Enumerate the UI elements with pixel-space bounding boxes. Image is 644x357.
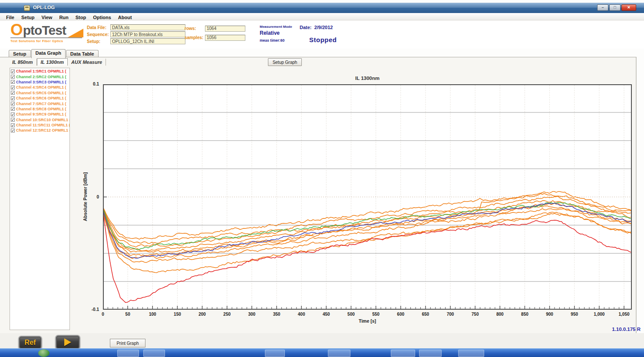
- channel-row-12[interactable]: ✓Channel 12:SRC12 OPMRL1 (: [10, 128, 69, 133]
- logo-brand-initial: O: [10, 23, 23, 37]
- play-button[interactable]: [55, 335, 80, 350]
- channel-row-4[interactable]: ✓Channel 4:SRC4 OPMRL1 (: [10, 85, 69, 90]
- channel-list: ✓Channel 1:SRC1 OPMRL1 (✓Channel 2:SRC2 …: [10, 68, 70, 330]
- channel-checkbox-1[interactable]: ✓: [11, 69, 15, 73]
- x-tick-1000: 1,000: [590, 312, 609, 317]
- titlebar[interactable]: OPL-LOG – □ ✕: [0, 3, 644, 13]
- rows-field[interactable]: [205, 26, 245, 32]
- menu-setup[interactable]: Setup: [18, 14, 38, 20]
- x-tick-0: 0: [93, 312, 112, 317]
- channel-label-3: Channel 3:SRC3 OPMRL1 (: [16, 80, 66, 84]
- counter-row-rows: rows:: [185, 24, 245, 33]
- channel-checkbox-11[interactable]: ✓: [11, 123, 15, 127]
- y-axis-ticks: 0.10-0.1: [85, 84, 101, 310]
- menu-options[interactable]: Options: [89, 14, 115, 20]
- channel-checkbox-9[interactable]: ✓: [11, 112, 15, 116]
- x-tick-400: 400: [292, 312, 311, 317]
- taskbar-button[interactable]: [458, 350, 484, 357]
- samples-field[interactable]: [205, 35, 245, 41]
- field-row-data-file: Data File:: [87, 24, 185, 31]
- channel-label-4: Channel 4:SRC4 OPMRL1 (: [16, 85, 66, 89]
- x-tick-700: 700: [441, 312, 460, 317]
- taskbar-button[interactable]: [391, 350, 415, 357]
- subtab-il-850nm[interactable]: IL 850nm: [9, 59, 37, 66]
- close-button[interactable]: ✕: [621, 4, 636, 11]
- channel-row-3[interactable]: ✓Channel 3:SRC3 OPMRL1 (: [10, 79, 69, 85]
- taskbar-button[interactable]: [328, 350, 350, 357]
- channel-checkbox-10[interactable]: ✓: [11, 118, 15, 122]
- logo-triangle-icon: [68, 29, 83, 37]
- channel-label-8: Channel 8:SRC8 OPMRL1 (: [16, 107, 66, 111]
- data-file-field[interactable]: [110, 24, 185, 30]
- channel-checkbox-2[interactable]: ✓: [11, 75, 15, 79]
- date-label: Date: 2/9/2012: [300, 25, 333, 30]
- channel-row-8[interactable]: ✓Channel 8:SRC8 OPMRL1 (: [10, 106, 69, 112]
- series-channel-3-src3-opmrl1: [103, 203, 631, 258]
- x-tick-650: 650: [416, 312, 435, 317]
- channel-label-12: Channel 12:SRC12 OPMRL1 (: [16, 128, 69, 132]
- channel-label-1: Channel 1:SRC1 OPMRL1 (: [16, 69, 66, 73]
- x-tick-900: 900: [540, 312, 559, 317]
- channel-row-7[interactable]: ✓Channel 7:SRC7 OPMRL1 (: [10, 101, 69, 106]
- x-axis-label: Time [s]: [103, 318, 632, 324]
- x-tick-950: 950: [565, 312, 584, 317]
- start-button-icon[interactable]: [38, 349, 50, 357]
- counter-fields: rows:samples:: [185, 24, 245, 42]
- menu-about[interactable]: About: [115, 14, 135, 20]
- tab-data-graph[interactable]: Data Graph: [31, 49, 66, 58]
- channel-checkbox-8[interactable]: ✓: [11, 107, 15, 111]
- taskbar-button[interactable]: [117, 350, 139, 357]
- channel-row-10[interactable]: ✓Channel 10:SRC10 OPMRL1 (: [10, 117, 69, 122]
- setup-graph-button[interactable]: Setup Graph: [268, 58, 302, 66]
- x-tick-600: 600: [391, 312, 410, 317]
- maximize-button[interactable]: □: [609, 4, 621, 11]
- field-label-data-file: Data File:: [87, 25, 110, 30]
- channel-row-9[interactable]: ✓Channel 9:SRC9 OPMRL1 (: [10, 112, 69, 117]
- menu-file[interactable]: File: [3, 14, 18, 20]
- channel-label-5: Channel 5:SRC5 OPMRL1 (: [16, 91, 66, 95]
- setup-field[interactable]: [110, 38, 185, 44]
- channel-row-1[interactable]: ✓Channel 1:SRC1 OPMRL1 (: [10, 69, 69, 74]
- menu-run[interactable]: Run: [56, 14, 72, 20]
- print-graph-button[interactable]: Print Graph: [110, 339, 145, 347]
- taskbar-button[interactable]: [143, 350, 165, 357]
- minimize-button[interactable]: –: [597, 4, 608, 11]
- status-badge: Stopped: [309, 36, 337, 43]
- footer-bar: Ref Print Graph: [0, 333, 644, 348]
- channel-row-11[interactable]: ✓Channel 11:SRC11 OPMRL1 (: [10, 122, 69, 128]
- ref-button[interactable]: Ref: [18, 336, 42, 350]
- subtab-il-1300nm[interactable]: IL 1300nm: [37, 58, 68, 66]
- field-label-setup: Setup:: [87, 39, 110, 44]
- menu-view[interactable]: View: [38, 14, 56, 20]
- channel-checkbox-12[interactable]: ✓: [11, 129, 15, 132]
- app-icon: [24, 5, 30, 11]
- channel-row-6[interactable]: ✓Channel 6:SRC6 OPMRL1 (: [10, 96, 69, 101]
- x-tick-1050: 1,050: [614, 312, 634, 317]
- field-row-sequence: Sequence:: [87, 31, 185, 38]
- taskbar-button[interactable]: [419, 350, 442, 357]
- channel-checkbox-5[interactable]: ✓: [11, 91, 15, 95]
- series-channel-12-src12-opmrl1: [103, 212, 631, 272]
- subtab-aux-measure[interactable]: AUX Measure: [68, 59, 106, 66]
- y-tick-0.1: 0.1: [83, 82, 99, 86]
- field-row-setup: Setup:: [87, 38, 185, 45]
- channel-label-10: Channel 10:SRC10 OPMRL1 (: [16, 118, 69, 122]
- taskbar-button[interactable]: [265, 350, 285, 357]
- channel-label-7: Channel 7:SRC7 OPMRL1 (: [16, 102, 66, 106]
- channel-row-5[interactable]: ✓Channel 5:SRC5 OPMRL1 (: [10, 90, 69, 96]
- measurement-timer: meas timer:60: [260, 38, 292, 43]
- channel-checkbox-4[interactable]: ✓: [11, 86, 15, 89]
- x-tick-200: 200: [193, 312, 212, 317]
- x-tick-750: 750: [466, 312, 485, 317]
- sequence-field[interactable]: [110, 31, 185, 37]
- menu-stop[interactable]: Stop: [72, 14, 89, 20]
- channel-row-2[interactable]: ✓Channel 2:SRC2 OPMRL1 (: [10, 74, 69, 79]
- channel-label-9: Channel 9:SRC9 OPMRL1 (: [16, 112, 66, 116]
- counter-row-samples: samples:: [185, 33, 245, 42]
- channel-checkbox-7[interactable]: ✓: [11, 102, 15, 106]
- channel-checkbox-3[interactable]: ✓: [11, 80, 15, 84]
- taskbar[interactable]: [0, 348, 644, 357]
- counter-label-rows: rows:: [185, 26, 205, 31]
- header: OptoTest Test Solutions for Fiber Optics…: [0, 20, 644, 49]
- channel-checkbox-6[interactable]: ✓: [11, 96, 15, 100]
